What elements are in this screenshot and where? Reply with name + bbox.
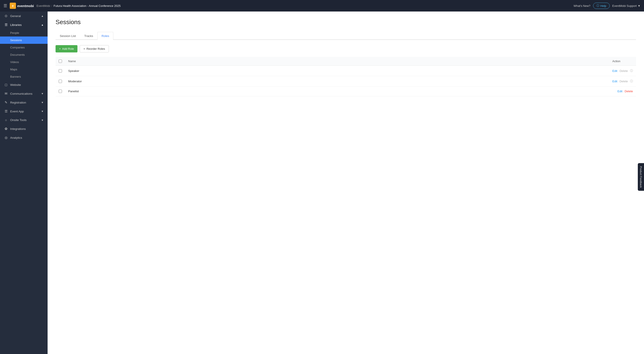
sidebar-item-label-libraries: Libraries xyxy=(10,23,22,26)
table-row: Panelist Edit Delete xyxy=(56,86,636,96)
row-name-cell: Speaker xyxy=(65,66,609,76)
sidebar-item-label-analytics: Analytics xyxy=(10,136,22,140)
row-checkbox-cell xyxy=(56,66,65,76)
action-header-label: Action xyxy=(612,60,620,63)
layout: ⊙ General ▲ ☰ Libraries ▲ People Session… xyxy=(0,12,644,354)
banners-label: Banners xyxy=(10,75,21,78)
page-title: Sessions xyxy=(56,18,636,26)
sidebar-item-label-onsite-tools: Onsite Tools xyxy=(10,118,26,122)
row-name: Speaker xyxy=(68,69,79,72)
help-label: Help xyxy=(600,4,606,8)
row-checkbox-cell xyxy=(56,86,65,96)
delete-button[interactable]: Delete xyxy=(624,90,633,93)
header-checkbox-col xyxy=(56,57,65,66)
tab-roles-label: Roles xyxy=(102,34,109,38)
main-content: Sessions Session List Tracks Roles + Add… xyxy=(48,12,644,354)
sidebar-item-libraries[interactable]: ☰ Libraries ▲ xyxy=(0,20,48,29)
help-button[interactable]: ⓘ Help xyxy=(593,3,610,9)
header-name: Name xyxy=(65,57,609,66)
sidebar: ⊙ General ▲ ☰ Libraries ▲ People Session… xyxy=(0,12,48,354)
plus-icon: + xyxy=(59,47,61,50)
roles-table: Name Action Speaker xyxy=(56,57,636,96)
breadcrumb-sep: / xyxy=(51,4,52,8)
breadcrumb-org[interactable]: EventMobi xyxy=(36,4,50,8)
sidebar-item-label-event-app: Event App xyxy=(10,110,24,113)
hamburger-menu[interactable]: ☰ xyxy=(4,3,7,8)
row-action-cell: Edit Delete xyxy=(609,86,636,96)
row-name-cell: Moderator xyxy=(65,76,609,86)
row-name: Moderator xyxy=(68,80,82,83)
logo-text: eventmobi xyxy=(17,4,34,8)
add-role-label: Add Role xyxy=(62,47,74,50)
documents-label: Documents xyxy=(10,53,25,56)
header-action: Action xyxy=(609,57,636,66)
sidebar-item-registration[interactable]: ✎ Registration ▼ xyxy=(0,98,48,107)
row-checkbox[interactable] xyxy=(59,80,62,83)
breadcrumb-event[interactable]: Futura Health Association - Annual Confe… xyxy=(54,4,120,8)
sidebar-item-website[interactable]: ◻ Website xyxy=(0,80,48,89)
companies-label: Companies xyxy=(10,46,25,49)
sidebar-item-general[interactable]: ⊙ General ▲ xyxy=(0,12,48,20)
sidebar-item-videos[interactable]: Videos xyxy=(0,58,48,66)
sidebar-item-event-app[interactable]: ☰ Event App ▼ xyxy=(0,107,48,116)
support-menu[interactable]: EventMobi Support ▼ xyxy=(612,4,640,8)
sessions-label: Sessions xyxy=(10,38,22,42)
feedback-label: Product Feedback xyxy=(640,166,642,188)
sidebar-item-analytics[interactable]: ◎ Analytics xyxy=(0,133,48,142)
registration-icon: ✎ xyxy=(4,100,8,104)
edit-button[interactable]: Edit xyxy=(612,80,617,83)
select-all-checkbox[interactable] xyxy=(59,60,62,63)
help-icon: ⓘ xyxy=(596,4,599,8)
website-icon: ◻ xyxy=(4,83,8,87)
sidebar-item-companies[interactable]: Companies xyxy=(0,44,48,51)
chevron-icon: ▲ xyxy=(41,14,44,17)
app-logo[interactable]: e eventmobi xyxy=(10,3,34,9)
chevron-icon: ▲ xyxy=(41,24,44,26)
integrations-icon: ✿ xyxy=(4,127,8,131)
tab-roles[interactable]: Roles xyxy=(97,32,114,40)
plus-icon-reorder: + xyxy=(84,47,85,50)
table-row: Moderator Edit Delete ⓘ xyxy=(56,76,636,86)
chevron-icon: ▼ xyxy=(41,119,44,122)
add-role-button[interactable]: + Add Role xyxy=(56,45,78,52)
chevron-icon: ▼ xyxy=(41,92,44,95)
tab-tracks-label: Tracks xyxy=(84,34,93,38)
sidebar-item-label-general: General xyxy=(10,14,21,18)
row-action-cell: Edit Delete ⓘ xyxy=(609,66,636,76)
sidebar-item-banners[interactable]: Banners xyxy=(0,73,48,80)
general-icon: ⊙ xyxy=(4,14,8,18)
delete-button[interactable]: Delete xyxy=(620,69,628,72)
libraries-icon: ☰ xyxy=(4,23,8,27)
sidebar-item-documents[interactable]: Documents xyxy=(0,51,48,58)
row-checkbox-cell xyxy=(56,76,65,86)
tab-session-list[interactable]: Session List xyxy=(56,32,80,40)
whats-new-link[interactable]: What's New? xyxy=(574,4,590,8)
sidebar-item-communications[interactable]: ✉ Communications ▼ xyxy=(0,89,48,98)
tabs-container: Session List Tracks Roles xyxy=(56,32,636,40)
analytics-icon: ◎ xyxy=(4,136,8,140)
sidebar-item-integrations[interactable]: ✿ Integrations xyxy=(0,124,48,133)
delete-button[interactable]: Delete xyxy=(620,80,628,83)
breadcrumb: EventMobi / Futura Health Association - … xyxy=(36,4,120,8)
logo-icon: e xyxy=(10,3,16,9)
people-label: People xyxy=(10,31,19,34)
row-action-cell: Edit Delete ⓘ xyxy=(609,76,636,86)
sidebar-item-maps[interactable]: Maps xyxy=(0,66,48,73)
sidebar-item-sessions[interactable]: Sessions xyxy=(0,36,48,44)
table-header-row: Name Action xyxy=(56,57,636,66)
row-name-cell: Panelist xyxy=(65,86,609,96)
info-icon[interactable]: ⓘ xyxy=(630,69,633,73)
row-checkbox[interactable] xyxy=(59,69,62,72)
communications-icon: ✉ xyxy=(4,92,8,96)
sidebar-item-onsite-tools[interactable]: ○ Onsite Tools ▼ xyxy=(0,116,48,124)
edit-button[interactable]: Edit xyxy=(612,69,617,72)
videos-label: Videos xyxy=(10,60,19,64)
product-feedback-tab[interactable]: Product Feedback xyxy=(638,163,644,191)
sidebar-item-label-website: Website xyxy=(10,83,21,86)
reorder-roles-button[interactable]: + Reorder Roles xyxy=(80,45,109,52)
edit-button[interactable]: Edit xyxy=(618,90,622,93)
row-checkbox[interactable] xyxy=(59,90,62,93)
info-icon[interactable]: ⓘ xyxy=(630,79,633,83)
tab-tracks[interactable]: Tracks xyxy=(80,32,97,40)
sidebar-item-people[interactable]: People xyxy=(0,29,48,36)
